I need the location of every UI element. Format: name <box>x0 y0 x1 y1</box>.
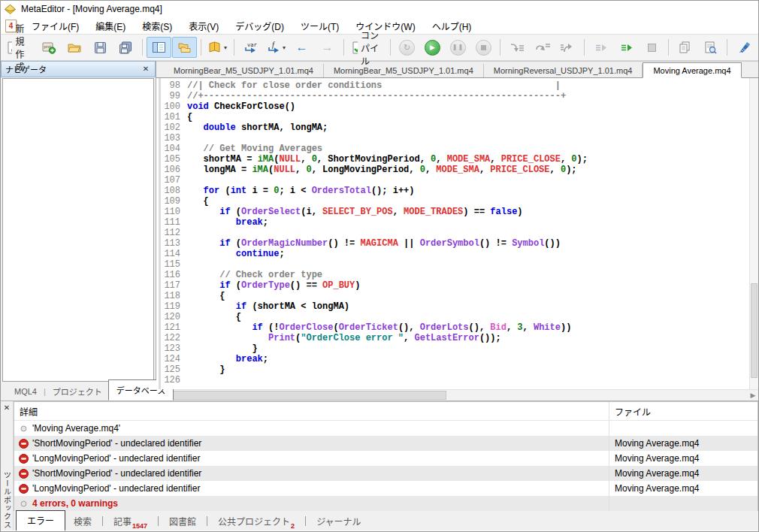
editor-tab[interactable]: MorningBear_M5_USDJPY_1.01.mq4 <box>164 64 324 77</box>
column-header-detail[interactable]: 詳細 <box>14 405 609 418</box>
code-text: // Get Moving Averages <box>187 144 322 154</box>
compile-label: コンパイル <box>361 29 383 67</box>
step-into-icon <box>509 42 525 53</box>
debug-stop-icon <box>476 40 491 56</box>
print-preview-button[interactable] <box>698 37 723 58</box>
forward-button[interactable]: → <box>315 37 340 58</box>
line-number: 113 <box>156 238 187 249</box>
error-row[interactable]: 'LongMovingPeriod' - undeclared identifi… <box>14 481 757 496</box>
step-over-icon <box>534 42 551 53</box>
info-icon <box>20 425 27 432</box>
navigator-close-icon[interactable]: ✕ <box>141 65 151 74</box>
toolbox-tab-記事[interactable]: 記事1547 <box>105 512 156 530</box>
new-file-button[interactable]: 新規作成 <box>3 37 36 58</box>
line-number: 111 <box>156 217 187 228</box>
toolbar-separator <box>500 39 500 56</box>
navigator-tabs: MQL4|プロジェクトデータベース <box>1 382 156 401</box>
menu-item[interactable]: 編集(E) <box>87 17 134 35</box>
toolbox-close-icon[interactable]: ✕ <box>2 404 12 413</box>
menu-item[interactable]: 表示(V) <box>180 17 227 35</box>
code-line: 124 break; <box>156 354 749 364</box>
new-project-button[interactable]: proj <box>37 37 62 58</box>
menu-item[interactable]: ウインドウ(W) <box>347 17 423 35</box>
code-line: 122 Print("OrderClose error ", GetLastEr… <box>156 333 749 343</box>
debug-start-icon: ▶ <box>425 40 440 56</box>
snippets-button[interactable]: ▾ <box>205 37 230 58</box>
debug-restart-button[interactable]: ↻ <box>395 37 419 58</box>
toggle-toolbox-button[interactable] <box>172 37 197 58</box>
error-row[interactable]: 4 errors, 0 warnings <box>14 496 757 511</box>
profiler-start-icon <box>620 43 634 53</box>
navigator-tab-MQL4[interactable]: MQL4 <box>8 384 43 399</box>
menu-item[interactable]: ヘルプ(H) <box>424 17 480 35</box>
styler-button[interactable] <box>731 37 756 58</box>
editor-tab[interactable]: MorningReversal_USDJPY_1.01.mq4 <box>484 64 643 77</box>
error-row[interactable]: 'Moving Average.mq4' <box>14 421 757 436</box>
error-row[interactable]: 'ShortMovingPeriod' - undeclared identif… <box>14 436 757 451</box>
code-text: if (OrderSelect(i, SELECT_BY_POS, MODE_T… <box>187 207 523 217</box>
save-all-icon <box>119 41 133 54</box>
compile-button[interactable]: コンパイル <box>348 37 386 58</box>
tab-separator <box>158 516 159 526</box>
toolbox-tab-ジャーナル[interactable]: ジャーナル <box>308 512 369 530</box>
code-line: 99//+-----------------------------------… <box>156 91 749 101</box>
back-button[interactable]: ← <box>289 37 314 58</box>
toggle-navigator-button[interactable] <box>147 37 171 58</box>
profiler-stop-icon <box>648 44 656 52</box>
vertical-scroll-thumb[interactable] <box>751 283 757 378</box>
toolbox-tab-検索[interactable]: 検索 <box>65 512 100 530</box>
debug-start-button[interactable]: ▶ <box>420 37 445 58</box>
open-file-button[interactable] <box>62 37 87 58</box>
title-bar: MetaEditor - [Moving Average.mq4] <box>1 1 758 17</box>
metaeditor-window: MetaEditor - [Moving Average.mq4] 4 ファイル… <box>0 0 759 532</box>
tab-separator <box>102 516 103 526</box>
window-title: MetaEditor - [Moving Average.mq4] <box>21 4 162 14</box>
goto-variable-button[interactable]: var <box>238 37 263 58</box>
error-row[interactable]: 'ShortMovingPeriod' - undeclared identif… <box>14 466 757 481</box>
editor-horizontal-scrollbar[interactable]: ◀ ▶ <box>156 389 758 401</box>
editor-vertical-scrollbar[interactable] <box>749 78 758 389</box>
toolbox-tab-エラー[interactable]: エラー <box>16 510 65 531</box>
step-into-button[interactable] <box>504 37 529 58</box>
compile-icon <box>351 41 358 54</box>
code-line: 118 { <box>156 291 749 301</box>
toolbar: 新規作成 proj ▾ var f ▾ <box>1 34 758 61</box>
code-text: if (OrderMagicNumber() != MAGICMA || Ord… <box>187 238 561 249</box>
goto-function-button[interactable]: f ▾ <box>264 37 289 58</box>
save-all-button[interactable] <box>113 37 138 58</box>
save-button[interactable] <box>88 37 113 58</box>
error-row[interactable]: 'LongMovingPeriod' - undeclared identifi… <box>14 451 757 466</box>
line-number: 112 <box>156 228 187 238</box>
code-text: { <box>187 291 225 301</box>
debug-stop-button[interactable] <box>471 37 496 58</box>
debug-pause-button[interactable]: ❚❚ <box>446 37 470 58</box>
editor-area: MorningBear_M5_USDJPY_1.01.mq4MorningBea… <box>156 61 758 401</box>
code-editor[interactable]: 98//| Check for close order conditions |… <box>156 78 749 389</box>
menu-item[interactable]: 検索(S) <box>134 17 180 35</box>
code-line: 119 if (shortMA < longMA) <box>156 301 749 312</box>
toolbox-tab-公共プロジェクト[interactable]: 公共プロジェクト2 <box>210 512 303 530</box>
menu-item[interactable]: ツール(T) <box>292 17 347 35</box>
horizontal-scroll-thumb[interactable] <box>168 391 446 400</box>
code-line: 98//| Check for close order conditions | <box>156 80 749 91</box>
snippets-dropdown-arrow[interactable]: ▾ <box>224 44 227 51</box>
navigator-tree[interactable] <box>2 78 154 382</box>
print-preview-icon <box>704 41 717 54</box>
editor-tab[interactable]: MorningBear_M5_USDJPY_1.01.mq4 <box>324 64 484 77</box>
goto-function-dropdown-arrow[interactable]: ▾ <box>283 44 286 51</box>
line-number: 125 <box>156 364 187 375</box>
profiler-start-button[interactable] <box>614 37 639 58</box>
code-line: 108 for (int i = 0; i < OrdersTotal(); i… <box>156 186 749 196</box>
continue-to-cursor-button[interactable] <box>588 37 613 58</box>
scroll-right-arrow-icon[interactable]: ▶ <box>748 391 758 399</box>
column-header-file[interactable]: ファイル <box>609 402 757 420</box>
step-over-button[interactable] <box>530 37 555 58</box>
navigator-tab-プロジェクト[interactable]: プロジェクト <box>47 382 108 401</box>
copy-button[interactable] <box>673 37 697 58</box>
editor-tab[interactable]: Moving Average.mq4 <box>643 62 741 78</box>
snippets-book-icon <box>208 41 220 53</box>
step-out-button[interactable] <box>555 37 580 58</box>
profiler-stop-button[interactable] <box>640 37 664 58</box>
menu-item[interactable]: デバッグ(D) <box>227 17 292 35</box>
toolbox-tab-図書館[interactable]: 図書館 <box>161 512 204 530</box>
